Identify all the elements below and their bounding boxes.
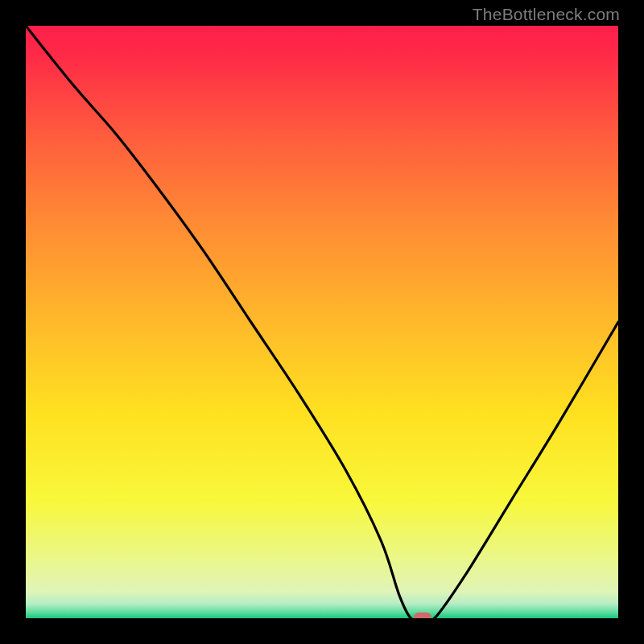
optimal-marker [414, 613, 431, 618]
plot-area [26, 26, 618, 618]
chart-stage: TheBottleneck.com [0, 0, 644, 644]
bottleneck-curve [26, 26, 618, 618]
watermark-text: TheBottleneck.com [473, 5, 620, 24]
